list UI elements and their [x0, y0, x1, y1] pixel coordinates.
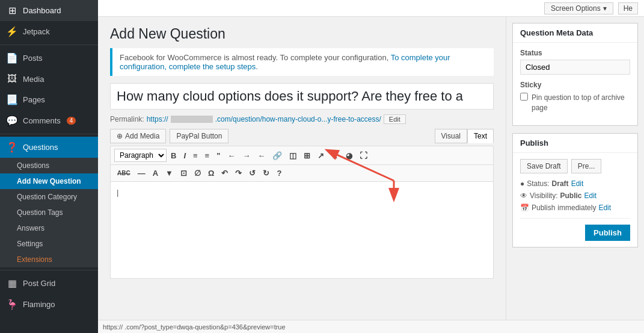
status-row-label: Status: [527, 179, 549, 188]
italic-button[interactable]: I [180, 150, 189, 161]
publish-btn-label: Publish [593, 228, 622, 237]
paste-button[interactable]: ⊡ [177, 167, 190, 179]
text-tab-label: Text [474, 132, 487, 140]
table-button[interactable]: ⊞ [301, 150, 313, 161]
sidebar-label-pages: Pages [23, 95, 45, 104]
paragraph-select[interactable]: Paragraph [114, 149, 167, 162]
sidebar-item-posts[interactable]: 📄 Posts [0, 48, 98, 69]
status-edit-link[interactable]: Edit [571, 179, 584, 188]
sidebar-item-questions[interactable]: ❓ Questions [0, 137, 98, 158]
publish-button[interactable]: Publish [585, 225, 630, 241]
undo-button[interactable]: ↺ [246, 167, 259, 179]
help-button[interactable]: He [618, 2, 638, 14]
meta-box-content: Status Closed Sticky Pin question to top… [513, 43, 637, 125]
help-format-button[interactable]: ? [274, 167, 284, 179]
sidebar-item-comments[interactable]: 💬 Comments 4 [0, 110, 98, 131]
unordered-list-button[interactable]: ≡ [190, 150, 201, 161]
cursor-indicator: | [117, 188, 118, 197]
screen-options-button[interactable]: Screen Options ▾ [544, 2, 613, 14]
ordered-list-button[interactable]: ≡ [202, 150, 213, 161]
sidebar-item-jetpack[interactable]: ⚡ Jetpack [0, 21, 98, 42]
align-right-button[interactable]: ← [254, 150, 268, 161]
sidebar-item-pages[interactable]: 📃 Pages [0, 89, 98, 110]
sidebar-item-question-category[interactable]: Question Category [0, 189, 98, 205]
align-left-button[interactable]: ← [224, 150, 238, 161]
sticky-checkbox[interactable] [520, 93, 528, 101]
bullet-icon: ● [520, 179, 524, 188]
publish-buttons: Save Draft Pre... [520, 159, 630, 173]
text-color-button[interactable]: A [150, 167, 161, 179]
permalink-slug[interactable]: .com/question/how-many-cloud-o...y-free-… [215, 115, 381, 123]
status-label: Status [520, 49, 630, 57]
expand-button[interactable]: ↗ [314, 150, 327, 161]
sidebar-item-answers[interactable]: Answers [0, 220, 98, 236]
comments-badge: 4 [67, 117, 76, 125]
questions-list-label: Questions [17, 161, 49, 170]
question-tags-label: Question Tags [17, 208, 63, 217]
meta-container: Question Meta Data Status Closed Sticky … [512, 23, 638, 247]
preview-button[interactable]: Pre... [571, 159, 602, 173]
answers-label: Answers [17, 224, 44, 232]
question-title-input[interactable] [110, 83, 494, 110]
star-button[interactable]: ★ [328, 150, 342, 161]
visibility-edit-link[interactable]: Edit [584, 191, 596, 200]
sidebar-divider [0, 45, 98, 45]
editor-toolbar-top: ⊕ Add Media PayPal Button Visual Text [110, 129, 494, 143]
editor-content[interactable]: | [111, 182, 493, 278]
save-draft-button[interactable]: Save Draft [520, 159, 568, 173]
sidebar-item-dashboard[interactable]: ⊞ Dashboard [0, 0, 98, 21]
sidebar-item-media[interactable]: 🖼 Media [0, 69, 98, 89]
paypal-button[interactable]: PayPal Button [170, 129, 228, 143]
special-char-button[interactable]: Ω [205, 167, 217, 179]
permalink-url: https:// [147, 115, 168, 123]
sidebar-label-posts: Posts [23, 54, 43, 63]
more-button[interactable]: ◫ [286, 150, 299, 161]
screen-options-chevron-icon: ▾ [603, 4, 607, 13]
questions-submenu: Questions Add New Question Question Cate… [0, 158, 98, 267]
notice-setup-link[interactable]: complete the setup steps [169, 62, 256, 71]
editor-media-buttons: ⊕ Add Media PayPal Button [110, 129, 228, 143]
outdent-button[interactable]: ↷ [232, 167, 245, 179]
sidebar-label-questions: Questions [23, 143, 58, 152]
publish-box: Publish Save Draft Pre... ● St [512, 133, 638, 247]
clear-format-button[interactable]: ∅ [191, 167, 204, 179]
color-dropdown-button[interactable]: ▼ [162, 167, 176, 179]
status-url: https:// .com/?post_type=dwqa-question&p… [103, 323, 286, 331]
sidebar-item-post-grid[interactable]: ▦ Post Grid [0, 273, 98, 294]
sidebar-item-settings[interactable]: Settings [0, 236, 98, 252]
sidebar-label-dashboard: Dashboard [23, 6, 61, 15]
sidebar-item-extensions[interactable]: Extensions [0, 252, 98, 267]
publish-box-title: Publish [513, 134, 637, 153]
settings-label: Settings [17, 240, 43, 248]
bold-button[interactable]: B [168, 150, 179, 161]
sticky-description: Pin question to top of archive page [532, 93, 630, 113]
publish-time-edit-link[interactable]: Edit [598, 204, 611, 212]
link-button[interactable]: 🔗 [269, 150, 285, 161]
visual-tab[interactable]: Visual [435, 129, 467, 143]
sidebar-item-question-tags[interactable]: Question Tags [0, 205, 98, 220]
chart-button[interactable]: ◕ [343, 150, 355, 161]
strikethrough-button[interactable]: ABC [114, 169, 133, 178]
sidebar-item-flamingo[interactable]: 🦩 Flamingo [0, 294, 98, 315]
align-center-button[interactable]: → [239, 150, 253, 161]
fullscreen-button[interactable]: ⛶ [357, 150, 370, 161]
indent-button[interactable]: ↶ [218, 167, 231, 179]
sidebar-item-add-new-question[interactable]: Add New Question [0, 173, 98, 189]
redo-button[interactable]: ↻ [260, 167, 272, 179]
notice-text: Facebook for WooCommerce is almost ready… [120, 53, 388, 62]
text-tab[interactable]: Text [467, 129, 494, 143]
add-media-button[interactable]: ⊕ Add Media [110, 129, 166, 143]
blockquote-button[interactable]: " [213, 150, 223, 161]
status-publish-row: ● Status: Draft Edit [520, 179, 630, 188]
permalink-edit-button[interactable]: Edit [384, 114, 406, 124]
publish-time-row: 📅 Publish immediately Edit [520, 204, 630, 212]
comments-icon: 💬 [6, 115, 18, 126]
view-tabs: Visual Text [435, 129, 494, 143]
visibility-row: 👁 Visibility: Public Edit [520, 191, 630, 200]
horizontal-rule-button[interactable]: — [135, 167, 149, 179]
preview-label: Pre... [578, 162, 595, 170]
content-area: Add New Question Facebook for WooCommerc… [98, 17, 644, 320]
sidebar-divider3 [0, 270, 98, 270]
sidebar-item-questions-list[interactable]: Questions [0, 158, 98, 173]
jetpack-icon: ⚡ [6, 26, 18, 37]
